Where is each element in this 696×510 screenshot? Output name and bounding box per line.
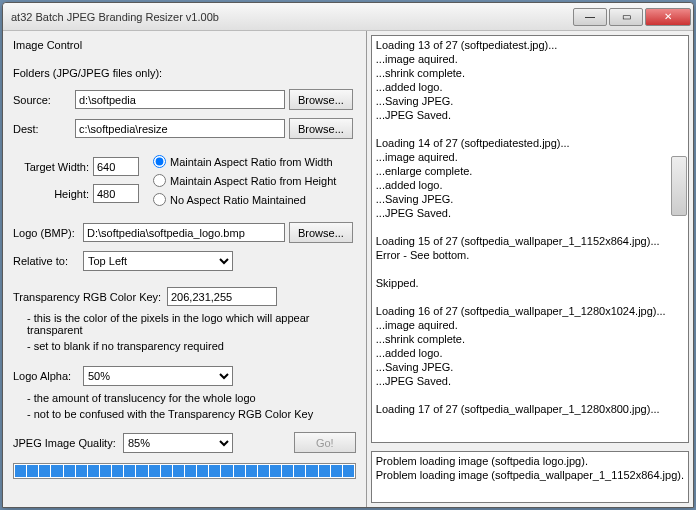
minimize-button[interactable]: — [573, 8, 607, 26]
transparency-hint1: - this is the color of the pixels in the… [27, 312, 356, 336]
progress-segment [331, 465, 342, 477]
alpha-hint2: - not to be confused with the Transparen… [27, 408, 356, 420]
width-label: Target Width: [13, 161, 89, 173]
aspect-height-label: Maintain Aspect Ratio from Height [170, 175, 336, 187]
progress-segment [88, 465, 99, 477]
aspect-none-label: No Aspect Ratio Maintained [170, 194, 306, 206]
logo-browse-button[interactable]: Browse... [289, 222, 353, 243]
transparency-label: Transparency RGB Color Key: [13, 291, 163, 303]
progress-segment [197, 465, 208, 477]
source-browse-button[interactable]: Browse... [289, 89, 353, 110]
progress-segment [15, 465, 26, 477]
progress-segment [246, 465, 257, 477]
progress-segment [221, 465, 232, 477]
source-label: Source: [13, 94, 71, 106]
progress-segment [319, 465, 330, 477]
error-output[interactable]: Problem loading image (softpedia logo.jp… [371, 451, 689, 503]
dest-input[interactable] [75, 119, 285, 138]
quality-select[interactable]: 85% [123, 433, 233, 453]
progress-segment [161, 465, 172, 477]
left-panel: Image Control Folders (JPG/JPEG files on… [3, 31, 366, 507]
aspect-width-radio-input[interactable] [153, 155, 166, 168]
scrollbar-thumb[interactable] [671, 156, 687, 216]
dest-label: Dest: [13, 123, 71, 135]
progress-segment [185, 465, 196, 477]
progress-segment [234, 465, 245, 477]
progress-segment [112, 465, 123, 477]
alpha-select[interactable]: 50% [83, 366, 233, 386]
progress-segment [270, 465, 281, 477]
progress-segment [27, 465, 38, 477]
width-input[interactable] [93, 157, 139, 176]
progress-segment [294, 465, 305, 477]
quality-label: JPEG Image Quality: [13, 437, 119, 449]
error-text: Problem loading image (softpedia logo.jp… [376, 455, 684, 481]
aspect-width-radio[interactable]: Maintain Aspect Ratio from Width [153, 155, 336, 168]
dest-browse-button[interactable]: Browse... [289, 118, 353, 139]
aspect-height-radio[interactable]: Maintain Aspect Ratio from Height [153, 174, 336, 187]
progress-segment [51, 465, 62, 477]
aspect-none-radio[interactable]: No Aspect Ratio Maintained [153, 193, 336, 206]
progress-segment [64, 465, 75, 477]
folders-label: Folders (JPG/JPEG files only): [13, 67, 356, 79]
app-window: at32 Batch JPEG Branding Resizer v1.00b … [2, 2, 694, 508]
body: Image Control Folders (JPG/JPEG files on… [3, 31, 693, 507]
go-button[interactable]: Go! [294, 432, 356, 453]
panel-title: Image Control [13, 39, 356, 51]
height-input[interactable] [93, 184, 139, 203]
aspect-height-radio-input[interactable] [153, 174, 166, 187]
source-input[interactable] [75, 90, 285, 109]
progress-segment [282, 465, 293, 477]
progress-segment [173, 465, 184, 477]
logo-label: Logo (BMP): [13, 227, 79, 239]
progress-segment [306, 465, 317, 477]
logo-input[interactable] [83, 223, 285, 242]
height-label: Height: [13, 188, 89, 200]
transparency-input[interactable] [167, 287, 277, 306]
progress-segment [124, 465, 135, 477]
maximize-button[interactable]: ▭ [609, 8, 643, 26]
progress-segment [39, 465, 50, 477]
close-button[interactable]: ✕ [645, 8, 691, 26]
aspect-none-radio-input[interactable] [153, 193, 166, 206]
log-text: Loading 13 of 27 (softpediatest.jpg)... … [376, 39, 666, 415]
window-title: at32 Batch JPEG Branding Resizer v1.00b [11, 11, 571, 23]
relative-label: Relative to: [13, 255, 79, 267]
aspect-width-label: Maintain Aspect Ratio from Width [170, 156, 333, 168]
progress-bar [13, 463, 356, 479]
progress-segment [149, 465, 160, 477]
right-panel: Loading 13 of 27 (softpediatest.jpg)... … [366, 31, 693, 507]
alpha-label: Logo Alpha: [13, 370, 79, 382]
progress-segment [136, 465, 147, 477]
progress-segment [209, 465, 220, 477]
transparency-hint2: - set to blank if no transparency requir… [27, 340, 356, 352]
log-output[interactable]: Loading 13 of 27 (softpediatest.jpg)... … [371, 35, 689, 443]
relative-select[interactable]: Top Left [83, 251, 233, 271]
titlebar[interactable]: at32 Batch JPEG Branding Resizer v1.00b … [3, 3, 693, 31]
progress-segment [76, 465, 87, 477]
progress-segment [343, 465, 354, 477]
progress-segment [258, 465, 269, 477]
progress-segment [100, 465, 111, 477]
alpha-hint1: - the amount of translucency for the who… [27, 392, 356, 404]
